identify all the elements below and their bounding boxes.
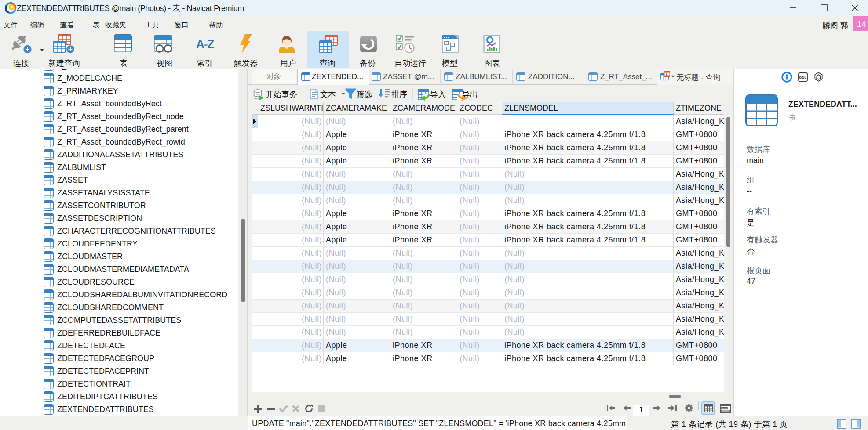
svg-text:DDL: DDL <box>799 76 807 79</box>
